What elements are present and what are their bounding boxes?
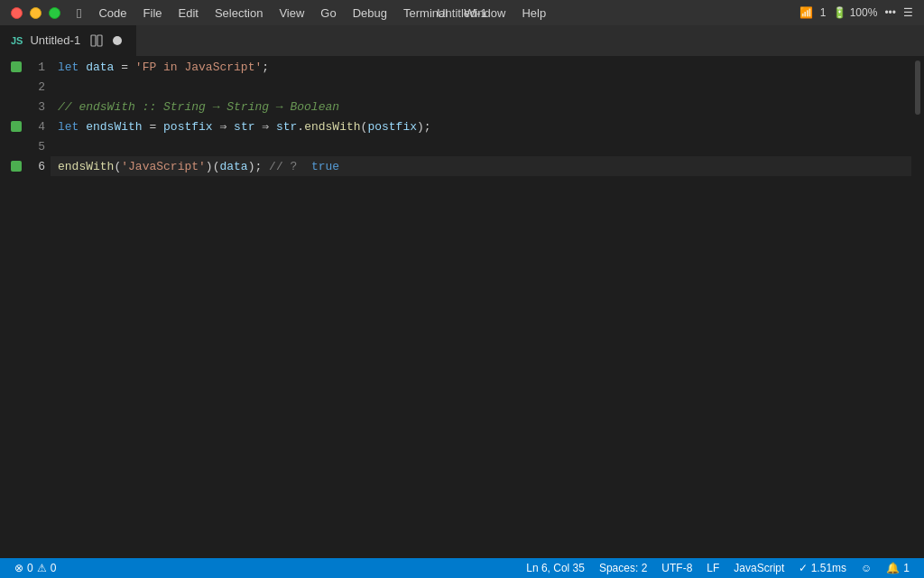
- breakpoint-6[interactable]: [11, 161, 22, 172]
- svg-rect-1: [97, 35, 102, 46]
- str-method-call: str: [276, 120, 297, 134]
- warning-count: 0: [51, 562, 57, 574]
- split-editor-button[interactable]: [88, 32, 106, 50]
- error-icon: ⊗: [14, 562, 23, 574]
- string-javascript: 'JavaScript': [121, 160, 206, 173]
- gutter: 1 2 3 4 5 6: [0, 57, 51, 558]
- traffic-lights: [0, 7, 60, 19]
- position-text: Ln 6, Col 35: [526, 562, 585, 574]
- keyword-let-2: let: [58, 120, 86, 134]
- breakpoint-4[interactable]: [11, 121, 22, 132]
- menu-edit[interactable]: Edit: [171, 0, 207, 25]
- feedback-icon[interactable]: ☺: [854, 558, 879, 578]
- comment-type-sig: // endsWith :: String → String → Boolean: [58, 100, 339, 114]
- notification-count: 1: [820, 6, 827, 19]
- notification-bell[interactable]: 🔔 1: [879, 558, 917, 578]
- breakpoint-1[interactable]: [11, 61, 22, 72]
- code-line-5: [51, 136, 911, 156]
- window-title: Untitled-1: [437, 6, 487, 20]
- titlebar:  Code File Edit Selection View Go Debug…: [0, 0, 924, 25]
- more-icon[interactable]: •••: [884, 6, 896, 19]
- line-number-1: 1: [27, 61, 45, 74]
- line-number-2: 2: [27, 80, 45, 94]
- indent-size[interactable]: Spaces: 2: [592, 558, 654, 578]
- line-number-5: 5: [27, 140, 45, 154]
- gutter-line-1: 1: [0, 57, 51, 77]
- menu-selection[interactable]: Selection: [207, 0, 271, 25]
- notification-num: 1: [903, 562, 910, 574]
- code-line-6: endsWith('JavaScript')(data); // ? true: [51, 156, 911, 176]
- code-line-1: let data = 'FP in JavaScript';: [51, 57, 911, 77]
- cursor-position[interactable]: Ln 6, Col 35: [519, 558, 592, 578]
- param-postfix-arg: postfix: [367, 120, 417, 134]
- wifi-icon: 📶: [799, 6, 813, 19]
- var-data-arg: data: [219, 160, 247, 173]
- minimize-button[interactable]: [30, 7, 42, 19]
- status-left: ⊗ 0 ⚠ 0: [7, 558, 63, 578]
- editor: 1 2 3 4 5 6 let data = 'FP in JavaScript…: [0, 57, 924, 558]
- gutter-line-6: 6: [0, 156, 51, 176]
- code-line-3: // endsWith :: String → String → Boolean: [51, 97, 911, 117]
- menu-code[interactable]: Code: [90, 0, 134, 25]
- line-number-6: 6: [27, 160, 45, 173]
- line-number-4: 4: [27, 120, 45, 134]
- menu-bar:  Code File Edit Selection View Go Debug…: [60, 0, 799, 25]
- active-tab[interactable]: JS Untitled-1: [0, 24, 137, 56]
- code-line-2: [51, 77, 911, 97]
- comment-q: // ?: [262, 160, 304, 173]
- fn-endswith-call: endsWith: [58, 160, 114, 173]
- menu-view[interactable]: View: [271, 0, 312, 25]
- status-bar: ⊗ 0 ⚠ 0 Ln 6, Col 35 Spaces: 2 UTF-8 LF …: [0, 558, 924, 578]
- keyword-let-1: let: [58, 61, 86, 74]
- status-right: Ln 6, Col 35 Spaces: 2 UTF-8 LF JavaScri…: [519, 558, 917, 578]
- tab-file-icon: JS: [11, 35, 23, 46]
- language-text: JavaScript: [734, 562, 784, 574]
- gutter-line-2: 2: [0, 77, 51, 97]
- param-str: str: [234, 120, 254, 134]
- var-endswith: endsWith: [86, 120, 142, 134]
- svg-rect-0: [91, 35, 96, 46]
- language-mode[interactable]: JavaScript: [726, 558, 791, 578]
- gutter-line-3: 3: [0, 97, 51, 117]
- timing-text: ✓ 1.51ms: [799, 562, 846, 574]
- bell-icon: 🔔: [886, 562, 900, 574]
- gutter-line-5: 5: [0, 136, 51, 156]
- tab-bar: JS Untitled-1: [0, 25, 924, 57]
- line-ending-text: LF: [707, 562, 719, 574]
- menu-help[interactable]: Help: [513, 0, 554, 25]
- menu-icon[interactable]: ☰: [903, 6, 913, 19]
- param-postfix: postfix: [163, 120, 213, 134]
- timing-info[interactable]: ✓ 1.51ms: [791, 558, 854, 578]
- vertical-scrollbar[interactable]: [911, 57, 924, 558]
- smiley-icon: ☺: [861, 562, 872, 574]
- line-number-3: 3: [27, 100, 45, 114]
- error-count: 0: [27, 562, 33, 574]
- string-fp: 'FP in JavaScript': [135, 61, 262, 74]
- errors-indicator[interactable]: ⊗ 0 ⚠ 0: [7, 558, 63, 578]
- apple-menu[interactable]: : [68, 0, 90, 25]
- encoding-text: UTF-8: [661, 562, 692, 574]
- tab-actions: [88, 32, 125, 50]
- maximize-button[interactable]: [49, 7, 60, 19]
- line-endings[interactable]: LF: [699, 558, 726, 578]
- var-data: data: [86, 61, 114, 74]
- fn-endswith: endsWith: [304, 120, 360, 134]
- battery-icon: 🔋 100%: [833, 6, 877, 19]
- title-right-area: 📶 1 🔋 100% ••• ☰: [799, 6, 924, 19]
- unsaved-indicator: [113, 36, 122, 45]
- scrollbar-thumb[interactable]: [915, 61, 920, 115]
- tab-label: Untitled-1: [30, 33, 80, 47]
- result-true: true: [304, 160, 339, 173]
- gutter-line-4: 4: [0, 117, 51, 136]
- menu-file[interactable]: File: [135, 0, 171, 25]
- warning-icon: ⚠: [37, 562, 47, 574]
- menu-go[interactable]: Go: [312, 0, 344, 25]
- file-encoding[interactable]: UTF-8: [654, 558, 699, 578]
- code-line-4: let endsWith = postfix ⇒ str ⇒ str.endsW…: [51, 117, 911, 136]
- code-editor[interactable]: let data = 'FP in JavaScript'; // endsWi…: [51, 57, 911, 558]
- spaces-text: Spaces: 2: [599, 562, 647, 574]
- close-button[interactable]: [11, 7, 23, 19]
- menu-debug[interactable]: Debug: [345, 0, 395, 25]
